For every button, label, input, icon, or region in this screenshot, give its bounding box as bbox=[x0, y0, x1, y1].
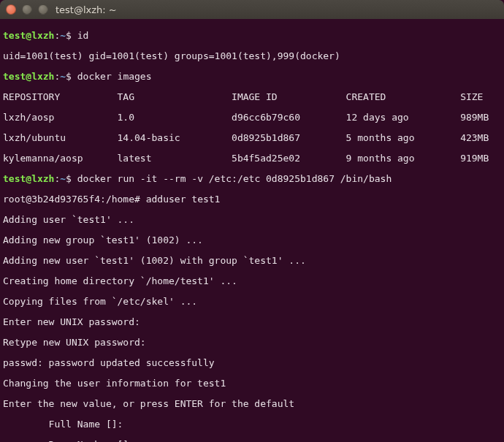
minimize-icon[interactable] bbox=[22, 4, 32, 15]
output-line: Adding user `test1' ... bbox=[3, 215, 501, 225]
terminal-window: test@lxzh: ~ test@lxzh:~$ id uid=1001(te… bbox=[0, 0, 504, 442]
prompt-user: test@lxzh bbox=[3, 71, 54, 82]
command-input: docker images bbox=[77, 71, 152, 82]
docker-images-row: kylemanna/aosp latest 5b4f5ad25e02 9 mon… bbox=[3, 153, 501, 164]
window-buttons bbox=[6, 4, 48, 15]
titlebar[interactable]: test@lxzh: ~ bbox=[0, 0, 504, 19]
output-line: Full Name []: bbox=[3, 419, 501, 430]
container-prompt: root@3b24d93765f4:/home# bbox=[3, 194, 146, 205]
docker-images-row: lxzh/ubuntu 14.04-basic 0d8925b1d867 5 m… bbox=[3, 133, 501, 143]
output-line: Creating home directory `/home/test1' ..… bbox=[3, 276, 501, 286]
output-line: Adding new group `test1' (1002) ... bbox=[3, 235, 501, 245]
command-input: id bbox=[77, 30, 89, 41]
output-line: uid=1001(test) gid=1001(test) groups=100… bbox=[3, 51, 501, 61]
command-input: adduser test1 bbox=[146, 194, 221, 205]
prompt-path: ~ bbox=[60, 30, 66, 41]
output-line: passwd: password updated successfully bbox=[3, 358, 501, 368]
prompt-path: ~ bbox=[60, 71, 66, 82]
docker-images-header: REPOSITORY TAG IMAGE ID CREATED SIZE bbox=[3, 92, 501, 102]
output-line: Copying files from `/etc/skel' ... bbox=[3, 297, 501, 307]
window-title: test@lxzh: ~ bbox=[56, 4, 117, 15]
prompt-user: test@lxzh bbox=[3, 173, 54, 184]
output-line: Enter the new value, or press ENTER for … bbox=[3, 399, 501, 409]
output-line: Retype new UNIX password: bbox=[3, 338, 501, 348]
prompt-path: ~ bbox=[60, 173, 66, 184]
command-input: docker run -it --rm -v /etc:/etc 0d8925b… bbox=[77, 173, 392, 184]
maximize-icon[interactable] bbox=[38, 4, 48, 15]
output-line: Changing the user information for test1 bbox=[3, 378, 501, 389]
output-line: Adding new user `test1' (1002) with grou… bbox=[3, 256, 501, 266]
terminal-viewport[interactable]: test@lxzh:~$ id uid=1001(test) gid=1001(… bbox=[0, 19, 504, 442]
close-icon[interactable] bbox=[6, 4, 16, 15]
prompt-user: test@lxzh bbox=[3, 30, 54, 41]
docker-images-row: lxzh/aosp 1.0 d96cc6b79c60 12 days ago 9… bbox=[3, 113, 501, 123]
output-line: Enter new UNIX password: bbox=[3, 317, 501, 327]
